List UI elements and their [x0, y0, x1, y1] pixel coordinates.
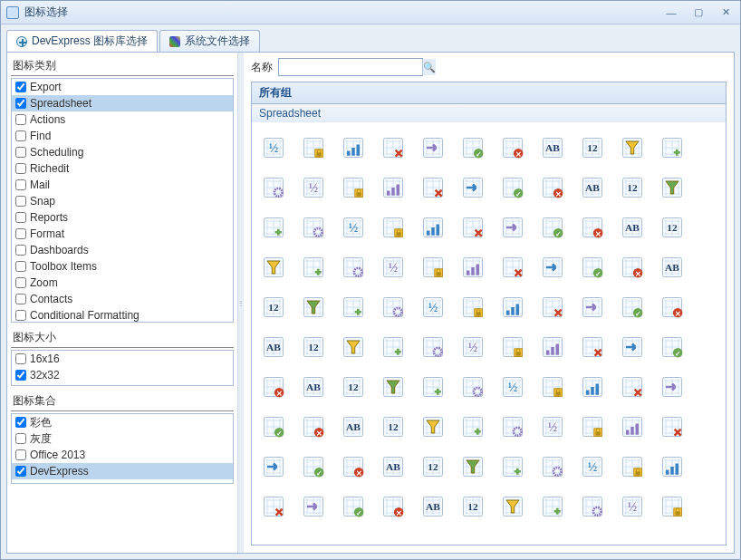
- icon-item[interactable]: AB: [295, 369, 332, 405]
- icon-item[interactable]: [534, 449, 571, 485]
- icon-item[interactable]: [415, 369, 451, 405]
- checkbox[interactable]: [15, 147, 26, 158]
- icon-item[interactable]: [455, 249, 491, 285]
- list-item[interactable]: Mail: [12, 177, 233, 193]
- icon-item[interactable]: ✓: [295, 449, 332, 485]
- list-item[interactable]: Dashboards: [12, 242, 233, 258]
- icon-item[interactable]: [534, 249, 571, 285]
- list-item[interactable]: Format: [12, 226, 233, 242]
- checkbox[interactable]: [15, 114, 26, 125]
- icon-item[interactable]: 12: [574, 130, 611, 166]
- checkbox[interactable]: [15, 228, 26, 239]
- icon-item[interactable]: ✓: [335, 488, 371, 525]
- icon-item[interactable]: [534, 369, 571, 405]
- icon-item[interactable]: [614, 130, 650, 166]
- icon-item[interactable]: ½: [415, 289, 451, 325]
- icon-item[interactable]: 12: [375, 409, 411, 445]
- list-item[interactable]: Reports: [12, 209, 233, 226]
- list-item[interactable]: Zoom: [12, 275, 233, 291]
- list-item[interactable]: Spreadsheet: [12, 95, 233, 111]
- icon-item[interactable]: ✓: [614, 289, 650, 325]
- icon-item[interactable]: [574, 488, 611, 525]
- all-groups-header[interactable]: 所有组: [251, 82, 727, 104]
- icon-item[interactable]: [654, 409, 690, 445]
- icon-item[interactable]: [495, 289, 531, 325]
- icon-item[interactable]: [654, 449, 690, 485]
- icon-item[interactable]: AB: [654, 249, 690, 285]
- icon-item[interactable]: [495, 329, 531, 365]
- icon-item[interactable]: [375, 289, 411, 325]
- list-item[interactable]: Export: [12, 79, 233, 95]
- icon-item[interactable]: [495, 488, 531, 525]
- icon-item[interactable]: ½: [335, 209, 371, 246]
- list-item[interactable]: 16x16: [12, 351, 233, 367]
- icon-item[interactable]: [295, 130, 332, 166]
- list-item[interactable]: 灰度: [12, 430, 233, 447]
- tab-system-files[interactable]: 系统文件选择: [159, 30, 260, 52]
- list-item[interactable]: Toolbox Items: [12, 258, 233, 275]
- icon-item[interactable]: [614, 449, 650, 485]
- checkbox[interactable]: [15, 261, 26, 272]
- icon-item[interactable]: ✕: [534, 169, 571, 206]
- icon-item[interactable]: 12: [415, 449, 451, 485]
- icon-item[interactable]: [335, 249, 371, 285]
- icon-item[interactable]: [295, 209, 332, 246]
- icon-item[interactable]: ✓: [534, 209, 571, 246]
- icon-item[interactable]: [295, 289, 332, 325]
- icon-item[interactable]: [574, 329, 611, 365]
- list-item[interactable]: Office 2013: [12, 447, 233, 463]
- search-icon[interactable]: 🔍: [422, 59, 436, 75]
- icon-item[interactable]: [614, 409, 650, 445]
- icon-item[interactable]: [654, 169, 690, 206]
- icon-item[interactable]: [375, 209, 411, 246]
- checkbox[interactable]: [15, 82, 26, 92]
- icon-item[interactable]: [614, 329, 650, 365]
- icon-item[interactable]: [574, 409, 611, 445]
- icon-item[interactable]: AB: [375, 449, 411, 485]
- tab-devexpress-library[interactable]: DevExpress 图标库选择: [6, 30, 158, 52]
- size-list[interactable]: 16x1632x32: [11, 350, 234, 386]
- maximize-button[interactable]: ▢: [689, 6, 707, 19]
- checkbox[interactable]: [15, 370, 26, 381]
- checkbox[interactable]: [15, 294, 26, 304]
- icon-item[interactable]: ✓: [455, 130, 491, 166]
- icon-item[interactable]: ½: [375, 249, 411, 285]
- icon-item[interactable]: 12: [335, 369, 371, 405]
- icon-item[interactable]: [654, 130, 690, 166]
- checkbox[interactable]: [15, 417, 26, 428]
- icon-item[interactable]: ½: [295, 169, 332, 206]
- checkbox[interactable]: [15, 433, 26, 444]
- checkbox[interactable]: [15, 212, 26, 223]
- checkbox[interactable]: [15, 130, 26, 141]
- checkbox[interactable]: [15, 310, 26, 321]
- icon-item[interactable]: [534, 289, 571, 325]
- icon-item[interactable]: [455, 169, 491, 206]
- icon-item[interactable]: 12: [295, 329, 332, 365]
- icon-item[interactable]: AB: [255, 329, 292, 365]
- icon-item[interactable]: ½: [495, 369, 531, 405]
- icon-item[interactable]: [455, 449, 491, 485]
- icon-item[interactable]: ½: [255, 130, 292, 166]
- icon-item[interactable]: [614, 369, 650, 405]
- icon-item[interactable]: [455, 289, 491, 325]
- icon-item[interactable]: [654, 488, 690, 525]
- search-input[interactable]: [279, 59, 422, 75]
- icon-item[interactable]: ✓: [255, 409, 292, 445]
- icon-item[interactable]: [495, 449, 531, 485]
- icon-item[interactable]: AB: [415, 488, 451, 525]
- icon-grid[interactable]: ½✓✕AB12½✓✕AB12½✓✕AB12½✓✕AB12½✓✕AB12½✓✕AB…: [251, 122, 727, 546]
- icon-item[interactable]: 12: [255, 289, 292, 325]
- checkbox[interactable]: [15, 277, 26, 288]
- icon-item[interactable]: [495, 209, 531, 246]
- icon-item[interactable]: [495, 249, 531, 285]
- icon-item[interactable]: 12: [654, 209, 690, 246]
- icon-item[interactable]: [455, 209, 491, 246]
- list-item[interactable]: DevExpress: [12, 463, 233, 479]
- icon-item[interactable]: [335, 130, 371, 166]
- list-item[interactable]: Actions: [12, 111, 233, 128]
- icon-item[interactable]: AB: [335, 409, 371, 445]
- icon-item[interactable]: [335, 329, 371, 365]
- icon-item[interactable]: [574, 369, 611, 405]
- list-item[interactable]: Scheduling: [12, 144, 233, 160]
- category-list[interactable]: ExportSpreadsheetActionsFindSchedulingRi…: [11, 78, 234, 323]
